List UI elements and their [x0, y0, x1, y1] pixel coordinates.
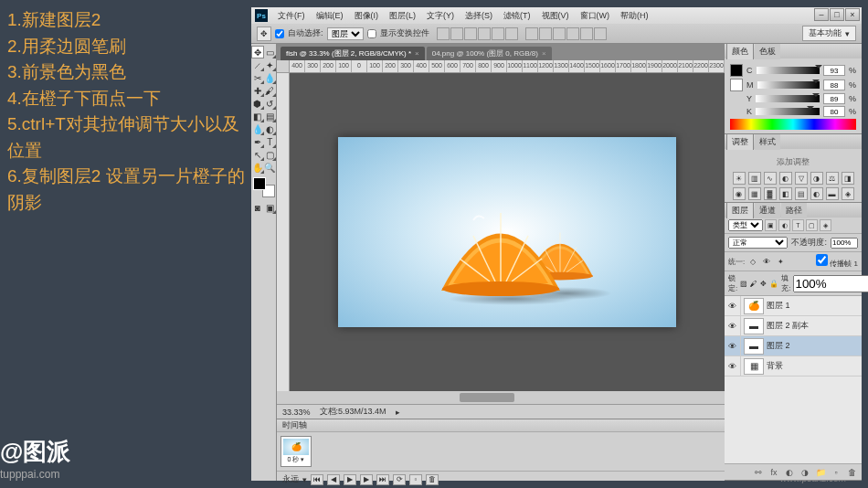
lock-all-icon[interactable]: 🔒	[769, 278, 778, 289]
brush-tool[interactable]: 🖌	[264, 84, 277, 97]
quickmask-tool[interactable]: ◙	[251, 201, 264, 214]
close-icon[interactable]: ×	[542, 49, 546, 58]
swatches-tab[interactable]: 色板	[755, 44, 780, 59]
visibility-icon[interactable]: 👁	[725, 316, 741, 335]
propagate-checkbox[interactable]	[816, 254, 828, 266]
dist-btn[interactable]	[594, 27, 607, 40]
layer-thumbnail[interactable]: ▦	[744, 358, 764, 375]
menu-view[interactable]: 视图(V)	[537, 8, 574, 24]
new-layer-icon[interactable]: ▫	[830, 466, 842, 479]
menu-window[interactable]: 窗口(W)	[576, 8, 615, 24]
adj-threshold-icon[interactable]: ◐	[810, 187, 823, 200]
filter-smart-icon[interactable]: ◈	[820, 219, 831, 231]
unify-pos-icon[interactable]: ◇	[747, 256, 758, 267]
menu-help[interactable]: 帮助(H)	[616, 8, 653, 24]
layer-row[interactable]: 👁▬图层 2	[725, 336, 862, 356]
wand-tool[interactable]: ✦	[264, 58, 277, 71]
blur-tool[interactable]: 💧	[251, 122, 264, 135]
minimize-button[interactable]: –	[814, 8, 829, 21]
eyedropper-tool[interactable]: 💧	[264, 71, 277, 84]
menu-select[interactable]: 选择(S)	[460, 8, 497, 24]
loop-mode[interactable]: 永远	[282, 473, 299, 485]
adj-bw-icon[interactable]: ◨	[842, 172, 854, 185]
adj-photo-icon[interactable]: ◉	[733, 187, 746, 200]
canvas[interactable]	[290, 73, 725, 391]
menu-edit[interactable]: 编辑(E)	[312, 8, 348, 24]
align-btn[interactable]	[464, 27, 477, 40]
layer-row[interactable]: 👁🍊图层 1	[725, 296, 862, 316]
align-btn[interactable]	[437, 27, 450, 40]
adj-gradient-icon[interactable]: ▬	[826, 187, 839, 200]
visibility-icon[interactable]: 👁	[725, 336, 741, 355]
marquee-tool[interactable]: ▭	[264, 46, 276, 58]
lock-trans-icon[interactable]: ▨	[740, 278, 747, 289]
first-frame-btn[interactable]: ⏮	[311, 474, 323, 485]
align-btn[interactable]	[478, 27, 491, 40]
layer-thumbnail[interactable]: ▬	[744, 318, 764, 334]
layer-name[interactable]: 图层 2	[767, 340, 862, 352]
adj-selective-icon[interactable]: ◈	[842, 187, 854, 200]
trash-icon[interactable]: 🗑	[845, 466, 858, 479]
filter-shape-icon[interactable]: ▢	[806, 219, 818, 231]
history-brush-tool[interactable]: ↺	[264, 97, 277, 110]
screenmode-tool[interactable]: ▣	[264, 201, 277, 214]
channels-tab[interactable]: 通道	[755, 203, 780, 218]
align-btn[interactable]	[450, 27, 463, 40]
adj-mixer-icon[interactable]: ▦	[748, 187, 761, 200]
styles-tab[interactable]: 样式	[755, 134, 780, 150]
dist-btn[interactable]	[580, 27, 593, 40]
color-swatches[interactable]	[253, 177, 275, 197]
adj-invert-icon[interactable]: ◧	[779, 187, 792, 200]
adjustment-layer-icon[interactable]: ◑	[799, 466, 811, 479]
align-btn[interactable]	[492, 27, 504, 40]
channel-slider[interactable]	[757, 67, 820, 74]
dist-btn[interactable]	[525, 27, 538, 40]
layer-row[interactable]: 👁▦背景	[725, 356, 862, 377]
doc-tab-1[interactable]: fish @ 33.3% (图层 2, RGB/8/CMYK) *×	[281, 47, 425, 60]
bg-swatch[interactable]	[730, 79, 743, 91]
show-transform-checkbox[interactable]	[367, 29, 376, 38]
lasso-tool[interactable]: ⟋	[251, 58, 264, 71]
channel-slider[interactable]	[756, 95, 820, 102]
last-frame-btn[interactable]: ⏭	[376, 474, 389, 485]
adj-poster-icon[interactable]: ▤	[795, 187, 808, 200]
stamp-tool[interactable]: ⬢	[251, 97, 264, 110]
new-frame-btn[interactable]: ▫	[409, 474, 422, 485]
hand-tool[interactable]: ✋	[251, 161, 264, 174]
layer-thumbnail[interactable]: ▬	[744, 338, 764, 355]
adj-exposure-icon[interactable]: ◐	[779, 172, 792, 185]
menu-type[interactable]: 文字(Y)	[422, 8, 459, 24]
filter-adjust-icon[interactable]: ◐	[778, 219, 790, 231]
close-button[interactable]: ×	[845, 8, 860, 21]
channel-value[interactable]	[823, 106, 845, 117]
adjustments-tab[interactable]: 调整	[726, 133, 754, 150]
type-tool[interactable]: T	[264, 135, 277, 148]
menu-image[interactable]: 图像(I)	[350, 8, 384, 24]
menu-filter[interactable]: 滤镜(T)	[499, 8, 535, 24]
fg-swatch[interactable]	[730, 64, 743, 77]
adj-brightness-icon[interactable]: ☀	[733, 172, 746, 185]
scrollbar-horizontal[interactable]	[277, 391, 725, 404]
path-tool[interactable]: ↖	[251, 148, 264, 161]
tween-btn[interactable]: ⟳	[393, 474, 406, 485]
zoom-tool[interactable]: 🔍	[264, 161, 277, 174]
workspace-switcher[interactable]: 基本功能▾	[802, 26, 856, 41]
filter-pixel-icon[interactable]: ▣	[765, 219, 777, 231]
group-icon[interactable]: 📁	[814, 466, 827, 479]
timeline-frame-1[interactable]: 🍊 0 秒 ▾	[281, 436, 312, 467]
layer-name[interactable]: 背景	[767, 360, 862, 372]
channel-value[interactable]	[823, 80, 845, 90]
adj-levels-icon[interactable]: ▥	[748, 172, 761, 185]
layers-tab[interactable]: 图层	[726, 202, 754, 218]
eraser-tool[interactable]: ◧	[251, 110, 264, 122]
menu-file[interactable]: 文件(F)	[273, 8, 310, 24]
adj-hue-icon[interactable]: ◑	[810, 172, 823, 185]
menu-layer[interactable]: 图层(L)	[385, 8, 420, 24]
pen-tool[interactable]: ✒	[251, 135, 264, 148]
gradient-tool[interactable]: ▤	[264, 110, 277, 122]
layer-name[interactable]: 图层 1	[767, 300, 862, 312]
color-tab[interactable]: 颜色	[726, 43, 754, 59]
close-icon[interactable]: ×	[415, 49, 419, 58]
delete-frame-btn[interactable]: 🗑	[426, 474, 439, 485]
unify-vis-icon[interactable]: 👁	[761, 256, 772, 267]
